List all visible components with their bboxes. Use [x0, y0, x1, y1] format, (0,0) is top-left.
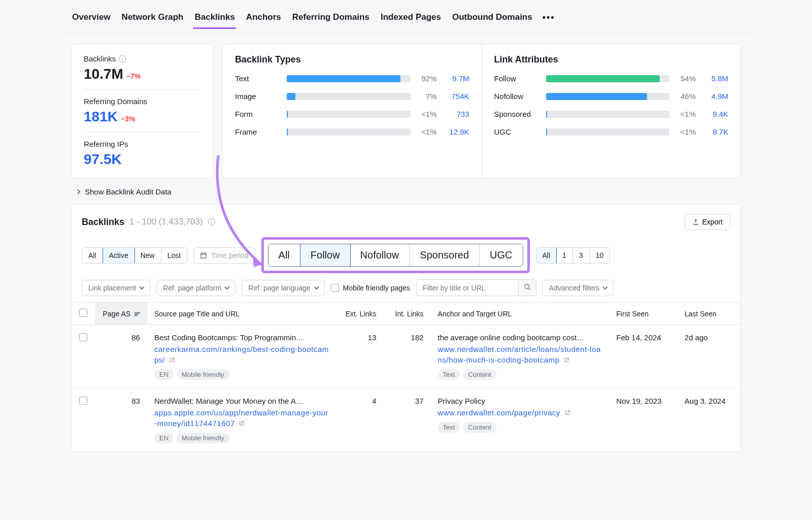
- refdomains-label: Referring Domains: [84, 97, 147, 106]
- chevron-right-icon: [76, 189, 81, 194]
- tab-backlinks[interactable]: Backlinks: [193, 9, 235, 29]
- bar-label: Frame: [235, 127, 281, 136]
- search-icon: [524, 283, 531, 290]
- link-placement-dropdown[interactable]: Link placement: [82, 280, 150, 296]
- col-page-as[interactable]: Page AS: [95, 303, 147, 325]
- col-first-seen[interactable]: First Seen: [609, 303, 677, 325]
- perpage-all[interactable]: All: [536, 247, 557, 264]
- col-last-seen[interactable]: Last Seen: [678, 303, 740, 325]
- refips-label: Referring IPs: [84, 140, 128, 148]
- tab-outbound-domains[interactable]: Outbound Domains: [451, 9, 533, 29]
- source-url[interactable]: apps.apple.com/us/app/nerdwallet-manage-…: [154, 407, 329, 429]
- ref-page-platform-dropdown[interactable]: Ref. page platform: [156, 280, 235, 296]
- tab-referring-domains[interactable]: Referring Domains: [291, 9, 370, 29]
- status-new[interactable]: New: [134, 248, 161, 263]
- bar-percent: 7%: [417, 92, 437, 101]
- status-lost[interactable]: Lost: [161, 248, 187, 263]
- status-active[interactable]: Active: [103, 247, 135, 264]
- table-row: 86 Best Coding Bootcamps: Top Programmin…: [72, 325, 740, 388]
- bar-label: Sponsored: [494, 110, 540, 118]
- tag-pill: Mobile friendly: [177, 433, 229, 443]
- time-period-picker[interactable]: Time period: [193, 247, 255, 264]
- bar-count[interactable]: 754K: [443, 92, 469, 101]
- advanced-filters-dropdown[interactable]: Advanced filters: [543, 280, 614, 296]
- cell-page-as: 86: [95, 325, 147, 388]
- row-checkbox[interactable]: [79, 397, 87, 405]
- refdomains-value[interactable]: 181K: [84, 109, 118, 124]
- refdomains-delta: −3%: [121, 115, 135, 123]
- search-button[interactable]: [518, 280, 536, 296]
- tab-network-graph[interactable]: Network Graph: [121, 9, 185, 29]
- calendar-icon: [200, 252, 207, 259]
- select-all-checkbox[interactable]: [79, 309, 87, 317]
- link-attributes-title: Link Attributes: [494, 54, 729, 65]
- bar-count[interactable]: 8.7K: [702, 127, 728, 136]
- tab-overview[interactable]: Overview: [71, 9, 112, 29]
- export-button[interactable]: Export: [685, 214, 730, 230]
- bar-track: [287, 111, 411, 118]
- perpage-1[interactable]: 1: [556, 248, 573, 263]
- col-anchor[interactable]: Anchor and Target URL: [431, 303, 610, 325]
- show-backlink-audit-toggle[interactable]: Show Backlink Audit Data: [61, 183, 751, 204]
- bar-count[interactable]: 9.7M: [443, 74, 469, 83]
- info-icon[interactable]: i: [208, 218, 215, 225]
- target-url[interactable]: www.nerdwallet.com/page/privacy: [438, 407, 602, 418]
- perpage-3[interactable]: 3: [573, 248, 590, 263]
- bar-label: Text: [235, 74, 281, 83]
- bar-row: UGC <1% 8.7K: [494, 127, 729, 136]
- backlinks-delta: −7%: [126, 72, 141, 80]
- info-icon[interactable]: i: [119, 55, 126, 62]
- backlinks-label: Backlinks: [84, 54, 116, 63]
- bar-label: Form: [235, 110, 281, 118]
- link-attributes-card: Link Attributes Follow 54% 5.8M Nofollow…: [482, 44, 741, 178]
- summary-card: Backlinksi 10.7M−7% Referring Domains 18…: [71, 44, 213, 178]
- bar-count[interactable]: 733: [443, 110, 469, 118]
- bar-percent: <1%: [417, 127, 437, 136]
- row-checkbox[interactable]: [79, 333, 87, 341]
- links-per-page-filter: All 1 3 10: [536, 247, 611, 264]
- col-int-links[interactable]: Int. Links: [383, 303, 430, 325]
- chevron-down-icon: [140, 284, 145, 289]
- attr-nofollow[interactable]: Nofollow: [350, 244, 410, 266]
- col-source[interactable]: Source page Title and URL: [147, 303, 336, 325]
- source-title: Best Coding Bootcamps: Top Programmin…: [154, 333, 329, 342]
- bar-percent: <1%: [675, 127, 696, 136]
- chevron-down-icon: [314, 284, 319, 289]
- nav-more-icon[interactable]: •••: [543, 9, 555, 29]
- attr-sponsored[interactable]: Sponsored: [410, 244, 480, 266]
- bar-percent: <1%: [417, 110, 437, 118]
- cell-first-seen: Nov 19, 2023: [609, 388, 677, 452]
- bar-row: Image 7% 754K: [235, 92, 469, 101]
- backlinks-table-section: Backlinks 1 - 100 (1,433,703) i Export A…: [71, 204, 741, 452]
- bar-count[interactable]: 9.4K: [702, 110, 728, 118]
- bar-percent: 46%: [675, 92, 696, 101]
- bar-track: [546, 111, 670, 118]
- tab-anchors[interactable]: Anchors: [245, 9, 282, 29]
- target-url[interactable]: www.nerdwallet.com/article/loans/student…: [438, 344, 602, 365]
- status-all[interactable]: All: [82, 248, 103, 263]
- sort-icon: [134, 312, 140, 316]
- tab-indexed-pages[interactable]: Indexed Pages: [380, 9, 442, 29]
- chevron-down-icon: [225, 284, 230, 289]
- cell-last-seen: Aug 3, 2024: [678, 388, 740, 452]
- refips-value[interactable]: 97.5K: [84, 151, 122, 167]
- ref-page-language-dropdown[interactable]: Ref. page language: [242, 280, 324, 296]
- link-attribute-filter-highlight: All Follow Nofollow Sponsored UGC: [261, 237, 530, 273]
- perpage-10[interactable]: 10: [590, 248, 610, 263]
- bar-count[interactable]: 12.9K: [443, 127, 469, 136]
- bar-label: Nofollow: [494, 92, 540, 101]
- bar-row: Text 92% 9.7M: [235, 74, 469, 83]
- source-url[interactable]: careerkarma.com/rankings/best-coding-boo…: [154, 344, 329, 365]
- attr-all[interactable]: All: [268, 244, 300, 266]
- bar-count[interactable]: 4.9M: [702, 92, 728, 101]
- external-link-icon: [564, 357, 569, 363]
- bar-count[interactable]: 5.8M: [702, 74, 728, 83]
- attr-ugc[interactable]: UGC: [480, 244, 522, 266]
- bar-track: [287, 128, 411, 136]
- filter-search-input[interactable]: [417, 280, 518, 296]
- tag-pill: Text: [438, 369, 460, 380]
- col-ext-links[interactable]: Ext. Links: [336, 303, 383, 325]
- bar-row: Sponsored <1% 9.4K: [494, 110, 729, 118]
- mobile-friendly-checkbox[interactable]: Mobile friendly pages: [331, 284, 410, 292]
- attr-follow[interactable]: Follow: [300, 244, 351, 267]
